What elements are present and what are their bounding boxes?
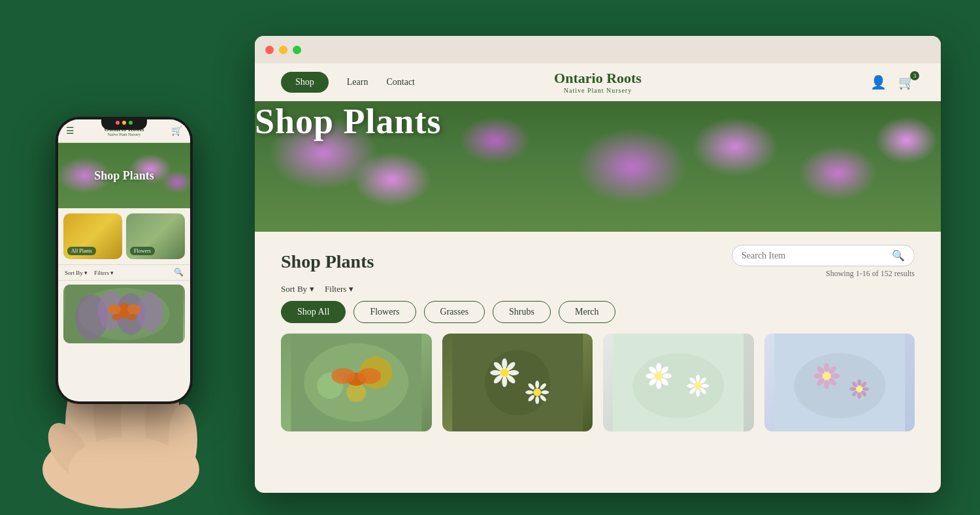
phone-hero: Shop Plants bbox=[58, 143, 190, 208]
svg-point-44 bbox=[696, 389, 700, 397]
filter-shop-all[interactable]: Shop All bbox=[281, 301, 346, 323]
nav-contact-link[interactable]: Contact bbox=[386, 77, 415, 87]
svg-point-6 bbox=[331, 368, 355, 384]
search-box: 🔍 bbox=[732, 245, 915, 266]
phone-dot-green bbox=[129, 121, 133, 125]
filter-flowers[interactable]: Flowers bbox=[353, 301, 416, 323]
svg-point-37 bbox=[645, 373, 655, 379]
nav-brand: Ontario Roots Native Plant Nursery bbox=[554, 70, 642, 93]
product-image-4 bbox=[764, 334, 915, 431]
svg-point-15 bbox=[502, 377, 507, 387]
phone-menu-icon[interactable]: ☰ bbox=[66, 125, 74, 136]
phone-mockup: ☰ Ontario Roots Native Plant Nursery 🛒 S… bbox=[36, 117, 193, 495]
phone-search-icon[interactable]: 🔍 bbox=[174, 268, 184, 277]
phone-brand-subtitle: Native Plant Nursery bbox=[105, 133, 144, 136]
phone-filters-button[interactable]: Filters ▾ bbox=[94, 270, 114, 276]
svg-point-40 bbox=[696, 375, 700, 382]
cart-icon[interactable]: 🛒 3 bbox=[898, 74, 915, 90]
filter-merch[interactable]: Merch bbox=[559, 301, 615, 323]
svg-point-75 bbox=[69, 437, 186, 502]
svg-point-85 bbox=[137, 292, 163, 332]
product-image-2 bbox=[442, 334, 593, 431]
svg-point-20 bbox=[535, 381, 539, 388]
product-grid bbox=[281, 334, 915, 431]
cart-badge: 3 bbox=[910, 71, 919, 80]
results-text: Showing 1-16 of 152 results bbox=[826, 269, 915, 279]
product-card[interactable] bbox=[281, 334, 432, 431]
phone-dot-yellow bbox=[122, 121, 126, 125]
nav-right: 👤 🛒 3 bbox=[870, 74, 915, 90]
svg-point-33 bbox=[662, 373, 672, 379]
svg-point-57 bbox=[813, 373, 823, 379]
browser-dot-yellow[interactable] bbox=[279, 46, 287, 54]
svg-point-31 bbox=[656, 363, 661, 372]
product-image-1 bbox=[281, 334, 432, 431]
svg-point-66 bbox=[849, 387, 856, 391]
brand-subtitle: Native Plant Nursery bbox=[554, 87, 642, 94]
browser-chrome bbox=[255, 36, 941, 63]
nav-shop-button[interactable]: Shop bbox=[281, 72, 329, 93]
phone-cart-icon[interactable]: 🛒 bbox=[171, 125, 182, 136]
site-navbar: Shop Learn Contact Ontario Roots Native … bbox=[255, 63, 941, 101]
phone-dot-red bbox=[116, 121, 120, 125]
browser-dot-green[interactable] bbox=[293, 46, 301, 54]
product-card[interactable] bbox=[603, 334, 754, 431]
svg-point-17 bbox=[490, 370, 500, 375]
svg-point-46 bbox=[687, 384, 694, 388]
shop-content: Shop Plants 🔍 Showing 1-16 of 152 result… bbox=[255, 232, 941, 445]
svg-point-19 bbox=[533, 388, 541, 396]
svg-point-89 bbox=[112, 314, 121, 320]
svg-point-49 bbox=[794, 353, 885, 418]
svg-point-64 bbox=[857, 392, 861, 399]
phone-sort-button[interactable]: Sort By ▾ bbox=[65, 270, 88, 276]
phone-categories: All Plants Flowers bbox=[58, 208, 190, 264]
sort-by-button[interactable]: Sort By ▾ bbox=[281, 284, 314, 294]
shop-title: Shop Plants bbox=[281, 251, 374, 272]
browser-window: Shop Learn Contact Ontario Roots Native … bbox=[255, 36, 941, 493]
svg-point-51 bbox=[824, 363, 829, 372]
nav-learn-link[interactable]: Learn bbox=[347, 77, 368, 87]
filter-shrubs[interactable]: Shrubs bbox=[493, 301, 551, 323]
svg-point-53 bbox=[830, 373, 840, 379]
product-card[interactable] bbox=[764, 334, 915, 431]
phone-body: ☰ Ontario Roots Native Plant Nursery 🛒 S… bbox=[56, 117, 193, 404]
phone-sort-row: Sort By ▾ Filters ▾ 🔍 bbox=[58, 264, 190, 281]
search-button[interactable]: 🔍 bbox=[892, 249, 905, 262]
svg-point-26 bbox=[525, 390, 533, 394]
svg-point-7 bbox=[357, 368, 381, 384]
svg-point-90 bbox=[127, 314, 137, 320]
account-icon[interactable]: 👤 bbox=[870, 74, 887, 90]
category-filter-row: Shop All Flowers Grasses Shrubs Merch bbox=[281, 301, 915, 323]
phone-product-image[interactable] bbox=[63, 285, 185, 343]
hero-title: Shop Plants bbox=[255, 101, 941, 142]
svg-point-87 bbox=[108, 304, 121, 315]
phone-hero-title: Shop Plants bbox=[94, 169, 154, 183]
phone-category-all-plants[interactable]: All Plants bbox=[63, 213, 122, 259]
svg-point-35 bbox=[656, 380, 661, 389]
filters-button[interactable]: Filters ▾ bbox=[325, 284, 353, 294]
svg-point-88 bbox=[127, 304, 140, 315]
svg-point-22 bbox=[541, 390, 549, 394]
filter-grasses[interactable]: Grasses bbox=[424, 301, 485, 323]
scene: Shop Learn Contact Ontario Roots Native … bbox=[0, 0, 980, 515]
svg-point-55 bbox=[824, 380, 829, 389]
search-input[interactable] bbox=[742, 251, 887, 261]
svg-point-11 bbox=[502, 358, 507, 369]
svg-point-62 bbox=[862, 387, 869, 391]
product-image-3 bbox=[603, 334, 754, 431]
brand-name: Ontario Roots bbox=[554, 70, 642, 86]
phone-category-flowers[interactable]: Flowers bbox=[126, 213, 185, 259]
svg-point-13 bbox=[508, 370, 519, 375]
phone-screen: ☰ Ontario Roots Native Plant Nursery 🛒 S… bbox=[58, 119, 190, 401]
phone-cat-label: Flowers bbox=[130, 247, 155, 255]
browser-dot-red[interactable] bbox=[265, 46, 274, 54]
phone-dots bbox=[116, 121, 133, 125]
hero-banner: Shop Plants bbox=[255, 101, 941, 232]
shop-header: Shop Plants 🔍 Showing 1-16 of 152 result… bbox=[281, 245, 915, 279]
svg-point-60 bbox=[857, 379, 861, 386]
svg-point-29 bbox=[632, 353, 724, 418]
phone-cat-label: All Plants bbox=[67, 247, 96, 255]
svg-point-42 bbox=[701, 384, 709, 388]
product-card[interactable] bbox=[442, 334, 593, 431]
svg-point-24 bbox=[535, 396, 539, 404]
